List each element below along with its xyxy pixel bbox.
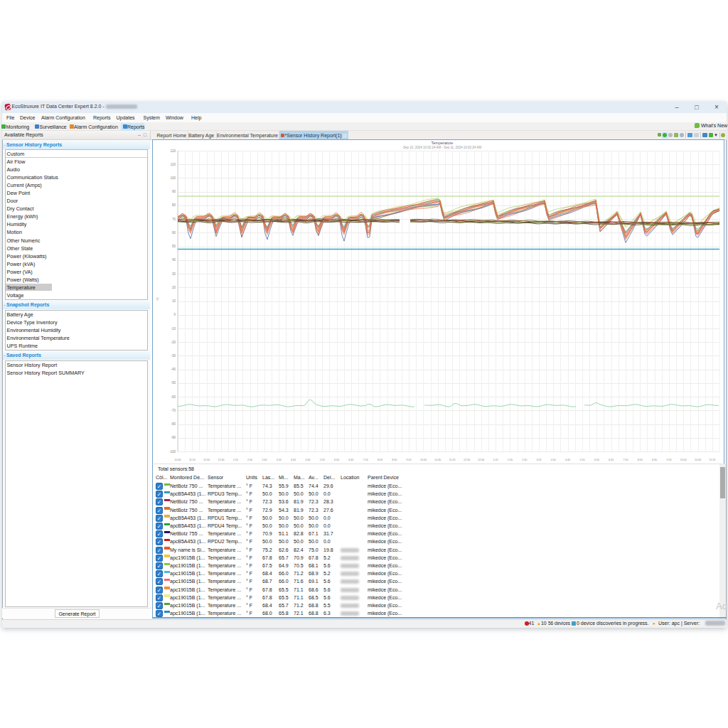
svg-text:2:00: 2:00: [247, 459, 252, 461]
svg-text:°F: °F: [156, 297, 160, 301]
svg-text:4:00: 4:00: [551, 459, 556, 461]
svg-text:12:40: 12:40: [218, 459, 225, 461]
svg-text:3:20: 3:20: [537, 459, 542, 461]
svg-text:10:40: 10:40: [695, 459, 701, 461]
svg-text:4:40: 4:40: [565, 459, 570, 461]
svg-text:2:40: 2:40: [522, 459, 527, 461]
svg-text:10: 10: [172, 299, 176, 303]
svg-text:-80: -80: [171, 422, 176, 426]
svg-text:90: 90: [172, 190, 176, 193]
svg-text:-10: -10: [171, 327, 176, 331]
svg-text:-20: -20: [171, 341, 176, 344]
svg-text:8:40: 8:40: [392, 459, 397, 461]
svg-text:70: 70: [172, 218, 176, 221]
svg-text:110: 110: [171, 163, 176, 166]
svg-text:-40: -40: [171, 368, 176, 371]
svg-text:-50: -50: [171, 381, 176, 385]
svg-text:10:00: 10:00: [680, 459, 687, 461]
svg-text:2:00: 2:00: [508, 459, 513, 461]
svg-text:-70: -70: [171, 409, 176, 412]
svg-text:60: 60: [172, 231, 176, 235]
svg-text:11:20: 11:20: [449, 459, 456, 461]
svg-text:11:20: 11:20: [709, 459, 715, 461]
svg-text:-90: -90: [171, 436, 176, 439]
svg-text:8:40: 8:40: [652, 459, 657, 461]
svg-text:4:40: 4:40: [305, 459, 310, 461]
svg-text:0: 0: [173, 313, 176, 316]
svg-text:6:00: 6:00: [594, 459, 599, 461]
svg-text:10:00: 10:00: [420, 459, 427, 461]
svg-text:3:20: 3:20: [277, 459, 282, 461]
svg-text:8:00: 8:00: [638, 459, 643, 461]
svg-text:10:40: 10:40: [175, 459, 181, 461]
svg-text:Temperature: Temperature: [432, 141, 454, 145]
svg-text:-30: -30: [171, 354, 176, 358]
svg-text:9:20: 9:20: [407, 459, 412, 461]
svg-text:6:40: 6:40: [609, 459, 614, 461]
svg-text:120: 120: [170, 149, 176, 153]
svg-text:7:20: 7:20: [623, 459, 628, 461]
svg-text:6:40: 6:40: [348, 459, 353, 461]
svg-text:40: 40: [172, 258, 176, 262]
svg-text:100: 100: [170, 176, 176, 180]
svg-text:4:00: 4:00: [291, 459, 296, 461]
svg-text:-100: -100: [169, 450, 176, 454]
svg-text:8:00: 8:00: [378, 459, 382, 461]
svg-text:6:00: 6:00: [334, 459, 339, 461]
svg-text:7:20: 7:20: [363, 459, 368, 461]
svg-text:12:00: 12:00: [464, 459, 470, 461]
svg-text:2:40: 2:40: [262, 459, 267, 461]
svg-text:11:20: 11:20: [189, 459, 196, 461]
svg-text:1:20: 1:20: [233, 459, 238, 461]
svg-text:-60: -60: [171, 395, 176, 399]
svg-text:5:20: 5:20: [320, 459, 325, 461]
svg-text:20: 20: [172, 286, 176, 289]
svg-text:1:20: 1:20: [493, 459, 498, 461]
svg-text:80: 80: [172, 203, 176, 207]
svg-text:Sep 10, 2024 10:02:24 AM - Sep: Sep 10, 2024 10:02:24 AM - Sep 11, 2024 …: [403, 146, 482, 149]
svg-text:10:40: 10:40: [434, 459, 441, 461]
svg-text:12:00: 12:00: [203, 459, 210, 461]
svg-text:50: 50: [172, 245, 176, 248]
svg-text:30: 30: [172, 272, 176, 276]
svg-text:12:40: 12:40: [478, 459, 484, 461]
svg-text:5:20: 5:20: [580, 459, 585, 461]
svg-text:9:20: 9:20: [666, 459, 671, 461]
